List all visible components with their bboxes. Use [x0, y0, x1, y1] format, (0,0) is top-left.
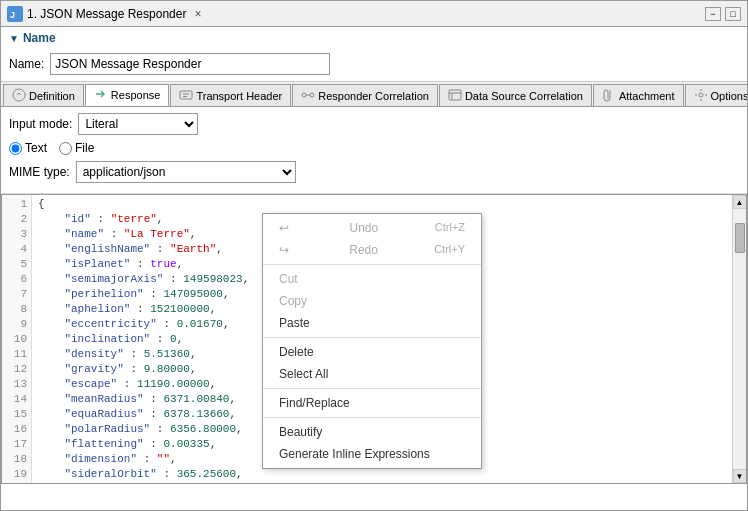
datasource-icon — [448, 88, 462, 104]
menu-item-redo[interactable]: ↪ Redo Ctrl+Y — [263, 239, 481, 261]
svg-point-7 — [699, 93, 703, 97]
options-icon — [694, 88, 708, 104]
svg-rect-6 — [449, 90, 461, 100]
menu-item-find-replace[interactable]: Find/Replace — [263, 392, 481, 414]
name-input[interactable] — [50, 53, 330, 75]
response-icon — [94, 87, 108, 103]
definition-icon — [12, 88, 26, 104]
title-bar: J 1. JSON Message Responder × − □ — [0, 0, 748, 26]
svg-point-4 — [302, 93, 306, 97]
context-menu: ↩ Undo Ctrl+Z ↪ Redo Ctrl+Y Cut Copy Pas… — [262, 213, 482, 469]
menu-item-delete[interactable]: Delete — [263, 341, 481, 363]
scrollbar-up-arrow[interactable]: ▲ — [733, 195, 747, 209]
mime-type-row: MIME type: application/json text/plain t… — [9, 161, 739, 183]
app-icon: J — [7, 6, 23, 22]
undo-icon: ↩ — [279, 221, 289, 235]
code-editor[interactable]: 12345 678910 1112131415 1617181920 21 { … — [1, 194, 747, 484]
radio-text[interactable] — [9, 142, 22, 155]
window-controls: − □ — [705, 7, 741, 21]
maximize-button[interactable]: □ — [725, 7, 741, 21]
line-numbers: 12345 678910 1112131415 1617181920 21 — [2, 195, 32, 483]
svg-point-2 — [13, 89, 25, 101]
tab-definition[interactable]: Definition — [3, 84, 84, 106]
menu-item-generate-inline[interactable]: Generate Inline Expressions — [263, 443, 481, 465]
tab-attachment[interactable]: Attachment — [593, 84, 684, 106]
redo-icon: ↪ — [279, 243, 289, 257]
radio-row: Text File — [9, 141, 739, 155]
tabs-bar: Definition Response Transport Header Res… — [1, 82, 747, 107]
tab-close-button[interactable]: × — [190, 7, 205, 21]
svg-text:J: J — [10, 10, 15, 20]
scrollbar-thumb[interactable] — [735, 223, 745, 253]
menu-separator-4 — [263, 417, 481, 418]
radio-file[interactable] — [59, 142, 72, 155]
svg-point-5 — [310, 93, 314, 97]
menu-separator-1 — [263, 264, 481, 265]
content-area: Input mode: Literal Expression Variable … — [1, 107, 747, 194]
mime-type-select[interactable]: application/json text/plain text/xml app… — [76, 161, 296, 183]
main-window: Name Name: Definition Response Transport… — [0, 26, 748, 511]
menu-item-cut[interactable]: Cut — [263, 268, 481, 290]
attachment-icon — [602, 88, 616, 104]
title-bar-text: 1. JSON Message Responder — [27, 7, 186, 21]
vertical-scrollbar[interactable]: ▲ ▼ — [732, 195, 746, 483]
tab-response[interactable]: Response — [85, 84, 170, 106]
menu-item-paste[interactable]: Paste — [263, 312, 481, 334]
title-bar-left: J 1. JSON Message Responder × — [7, 6, 205, 22]
input-mode-select[interactable]: Literal Expression Variable — [78, 113, 198, 135]
transport-icon — [179, 88, 193, 104]
scrollbar-down-arrow[interactable]: ▼ — [733, 469, 747, 483]
svg-rect-3 — [180, 91, 192, 99]
correlation-icon — [301, 88, 315, 104]
name-section: Name Name: — [1, 27, 747, 82]
input-mode-label: Input mode: — [9, 117, 72, 131]
menu-separator-2 — [263, 337, 481, 338]
radio-file-label[interactable]: File — [59, 141, 94, 155]
name-row: Name: — [9, 51, 739, 77]
mime-type-label: MIME type: — [9, 165, 70, 179]
tab-transport-header[interactable]: Transport Header — [170, 84, 291, 106]
tab-responder-correlation[interactable]: Responder Correlation — [292, 84, 438, 106]
name-label: Name: — [9, 57, 44, 71]
tab-options[interactable]: Options — [685, 84, 747, 106]
menu-item-beautify[interactable]: Beautify — [263, 421, 481, 443]
menu-item-undo[interactable]: ↩ Undo Ctrl+Z — [263, 217, 481, 239]
menu-item-copy[interactable]: Copy — [263, 290, 481, 312]
radio-text-label[interactable]: Text — [9, 141, 47, 155]
menu-separator-3 — [263, 388, 481, 389]
name-section-header: Name — [9, 31, 739, 45]
tab-data-source-correlation[interactable]: Data Source Correlation — [439, 84, 592, 106]
minimize-button[interactable]: − — [705, 7, 721, 21]
input-mode-row: Input mode: Literal Expression Variable — [9, 113, 739, 135]
menu-item-select-all[interactable]: Select All — [263, 363, 481, 385]
